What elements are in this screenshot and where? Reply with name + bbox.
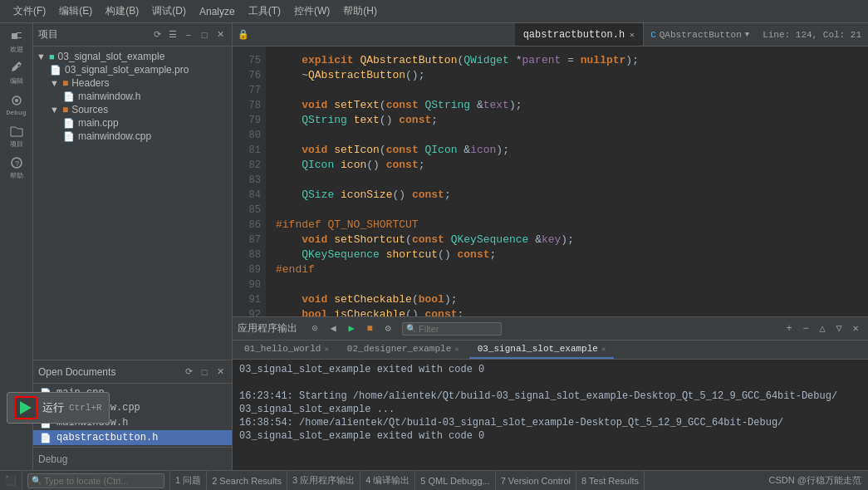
output-tab-hello-label: 01_hello_world [244, 344, 321, 354]
output-tab-designer-close[interactable]: ✕ [454, 345, 459, 354]
tab-spacer: 🔒 [233, 23, 515, 46]
status-search-input[interactable] [44, 476, 160, 486]
filter-icon[interactable]: ☰ [166, 28, 179, 42]
project-panel-title: 项目 [38, 27, 58, 42]
status-search-icon: 🔍 [32, 476, 42, 485]
output-settings-icon[interactable]: ⚙ [380, 321, 395, 336]
h-file-icon: 📄 [63, 91, 75, 102]
open-docs-expand-icon[interactable]: □ [198, 365, 211, 379]
status-test[interactable]: 8 Test Results [576, 471, 645, 490]
qab-h-doc-icon: 📄 [40, 433, 51, 443]
tree-pro-file[interactable]: 📄 03_signal_slot_example.pro [33, 63, 232, 76]
expand-panel-icon[interactable]: □ [198, 28, 211, 42]
status-search-item: 🔍 [22, 471, 170, 490]
qab-tab-close[interactable]: ✕ [630, 30, 635, 40]
tree-main-cpp[interactable]: 📄 main.cpp [33, 116, 232, 130]
output-line-4: 16:38:54: /home/alientek/Qt/build-03_sig… [239, 416, 861, 429]
output-icon1[interactable]: ⊙ [307, 321, 322, 336]
status-search-results[interactable]: 2 Search Results [207, 471, 287, 490]
projects-sidebar-btn[interactable]: 项目 [2, 121, 32, 151]
code-content[interactable]: explicit QAbstractButton(QWidget *parent… [266, 47, 868, 316]
tree-project-root[interactable]: ▼ ■ 03_signal_slot_example [33, 50, 232, 63]
code-line-77 [276, 83, 858, 98]
menu-item-analyze[interactable]: Analyze [193, 4, 242, 19]
output-minus-icon[interactable]: − [798, 321, 813, 336]
sync-icon[interactable]: ⟳ [150, 28, 164, 42]
status-compile[interactable]: 4 编译输出 [360, 471, 415, 490]
projects-sidebar-label: 项目 [10, 140, 23, 149]
menu-bar: 文件(F) 编辑(E) 构建(B) 调试(D) Analyze 工具(T) 控件… [0, 0, 868, 23]
output-panel: 应用程序输出 ⊙ ◀ ▶ ■ ⚙ 🔍 + − △ ▽ ✕ [233, 316, 868, 470]
output-play-icon[interactable]: ▶ [344, 321, 359, 336]
open-docs-close-icon[interactable]: ✕ [213, 365, 227, 379]
output-down-icon[interactable]: ▽ [831, 321, 846, 336]
menu-item-tools[interactable]: 工具(T) [242, 2, 287, 20]
menu-item-file[interactable]: 文件(F) [7, 2, 52, 20]
sources-folder-color: ■ [62, 104, 68, 115]
code-editor[interactable]: 75 76 77 78 79 80 81 82 83 84 85 86 87 8… [233, 47, 868, 316]
tree-headers-folder[interactable]: ▼ ■ Headers [33, 76, 232, 90]
panel-header-icons: ⟳ ☰ − □ ✕ [150, 28, 227, 42]
menu-item-edit[interactable]: 编辑(E) [52, 2, 99, 20]
menu-item-build[interactable]: 构建(B) [99, 2, 145, 20]
menu-item-debug[interactable]: 调试(D) [145, 2, 193, 20]
open-docs-header-icons: ⟳ □ ✕ [182, 365, 227, 379]
debug-sidebar-label: Debug [6, 109, 26, 116]
filter-icon: 🔍 [406, 324, 416, 334]
output-tab-signal-close[interactable]: ✕ [601, 345, 606, 354]
open-doc-qabstractbutton-h[interactable]: 📄 qabstractbutton.h [33, 430, 232, 445]
lock-icon: 🔒 [238, 29, 249, 40]
line-col-text: Line: 124, Col: 21 [763, 30, 861, 40]
status-problems[interactable]: 1 问题 [170, 471, 207, 490]
output-stop-icon[interactable]: ■ [362, 321, 377, 336]
svg-rect-1 [12, 33, 17, 39]
run-triangle-icon [20, 401, 32, 414]
filter-input[interactable] [419, 324, 485, 334]
output-up-icon[interactable]: △ [815, 321, 830, 336]
tree-mainwindow-cpp-name: mainwindow.cpp [78, 130, 151, 142]
code-line-89: #endif [276, 262, 858, 277]
editor-tab-qab[interactable]: qabstractbutton.h ✕ [515, 23, 644, 46]
output-line-2: 16:23:41: Starting /home/alientek/Qt/bui… [239, 390, 861, 403]
status-version[interactable]: 7 Version Control [496, 471, 576, 490]
project-color-icon: ■ [49, 51, 55, 61]
output-side-icons: + − △ ▽ ✕ [782, 321, 863, 336]
open-docs-sync-icon[interactable]: ⟳ [182, 365, 195, 379]
tree-sources-folder[interactable]: ▼ ■ Sources [33, 103, 232, 116]
output-close-icon[interactable]: ✕ [848, 321, 863, 336]
tree-mainwindow-h[interactable]: 📄 mainwindow.h [33, 90, 232, 103]
sources-arrow-icon: ▼ [50, 105, 59, 115]
menu-item-help[interactable]: 帮助(H) [336, 2, 384, 20]
tree-project-name: 03_signal_slot_example [58, 51, 165, 62]
debug-sidebar-btn[interactable]: Debug [2, 90, 32, 120]
close-panel-icon[interactable]: ✕ [213, 28, 227, 42]
output-prev-icon[interactable]: ◀ [326, 321, 341, 336]
status-app-output[interactable]: 3 应用程序输出 [287, 471, 360, 490]
right-panel: 🔒 qabstractbutton.h ✕ C QAbstractButton … [233, 23, 868, 470]
csdn-label: CSDN @行稳万能走范 [769, 474, 861, 487]
status-compile-label: 4 编译输出 [365, 474, 409, 487]
output-tab-signal[interactable]: 03_signal_slot_example ✕ [469, 341, 615, 359]
output-toolbar: 应用程序输出 ⊙ ◀ ▶ ■ ⚙ 🔍 + − △ ▽ ✕ [233, 317, 868, 341]
run-popup: 运行 Ctrl+R [7, 392, 110, 424]
edit-sidebar-btn[interactable]: 编辑 [2, 58, 32, 88]
collapse-icon[interactable]: − [182, 28, 195, 42]
output-tab-hello[interactable]: 01_hello_world ✕ [236, 341, 337, 359]
welcome-sidebar-btn[interactable]: 欢迎 [2, 27, 32, 56]
filter-box: 🔍 [402, 322, 502, 336]
run-button[interactable] [14, 396, 37, 419]
output-tab-hello-close[interactable]: ✕ [324, 345, 328, 354]
output-plus-icon[interactable]: + [782, 321, 797, 336]
status-item-0[interactable]: ⬛ [0, 471, 22, 490]
help-sidebar-btn[interactable]: ? 帮助 [2, 153, 32, 183]
status-qml[interactable]: 5 QML Debugg... [415, 471, 495, 490]
tree-mainwindow-cpp[interactable]: 📄 mainwindow.cpp [33, 130, 232, 143]
project-tree: ▼ ■ 03_signal_slot_example 📄 03_signal_s… [33, 47, 232, 360]
output-tab-designer-label: 02_designer_example [347, 344, 451, 354]
class-dropdown-icon[interactable]: ▼ [745, 31, 749, 39]
status-search-box: 🔍 [27, 473, 164, 488]
tree-headers-name: Headers [71, 77, 109, 89]
line-numbers: 75 76 77 78 79 80 81 82 83 84 85 86 87 8… [233, 47, 266, 316]
menu-item-controls[interactable]: 控件(W) [287, 2, 336, 20]
output-tab-designer[interactable]: 02_designer_example ✕ [339, 341, 468, 359]
